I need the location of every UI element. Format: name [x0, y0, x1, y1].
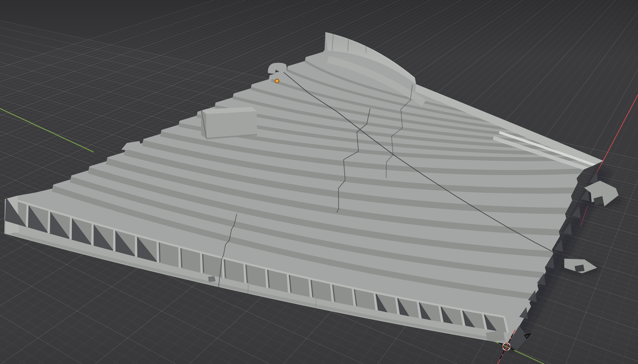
object-origin-icon[interactable]: [275, 79, 279, 83]
viewport-3d[interactable]: curved grandstand / stadium seating mesh: [0, 0, 638, 364]
